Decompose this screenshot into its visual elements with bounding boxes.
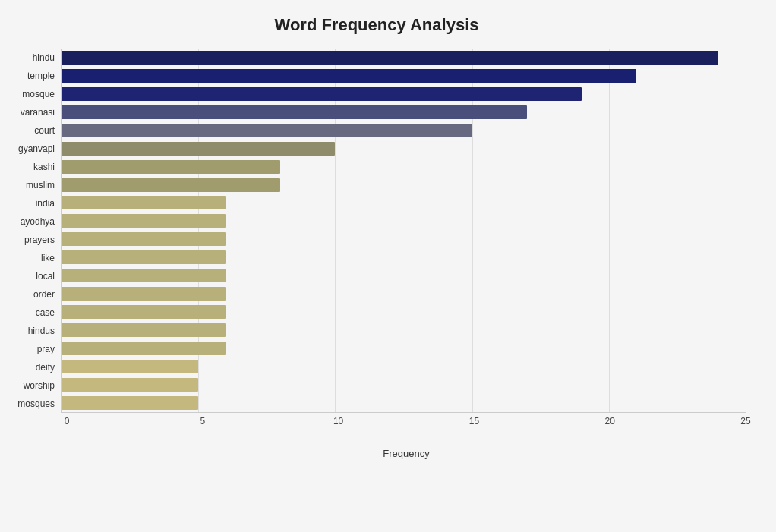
y-label: court <box>34 126 55 135</box>
bar-row <box>62 304 746 320</box>
bar-row <box>62 86 746 102</box>
chart-area: hindutemplemosquevaranasicourtgyanvapika… <box>8 49 746 459</box>
bar-row <box>62 267 746 284</box>
bar-row <box>62 159 746 175</box>
y-label: varanasi <box>21 108 55 117</box>
bar-row <box>62 322 746 338</box>
y-label: case <box>36 308 55 317</box>
x-tick: 0 <box>65 416 70 427</box>
bar <box>62 69 636 83</box>
x-axis: 0510152025 <box>67 416 746 431</box>
y-label: prayers <box>24 235 55 244</box>
y-label: worship <box>24 381 55 390</box>
bar <box>62 287 226 301</box>
bar-row <box>62 68 746 84</box>
y-label: kashi <box>33 162 55 172</box>
bar <box>62 196 226 209</box>
y-label: mosques <box>17 399 55 408</box>
bar <box>62 178 280 192</box>
bar <box>62 342 226 355</box>
x-tick: 10 <box>333 416 343 427</box>
y-label: order <box>33 290 55 299</box>
y-label: gyanvapi <box>18 144 55 153</box>
x-axis-label: Frequency <box>67 448 746 459</box>
y-label: mosque <box>22 90 55 99</box>
bar <box>62 305 226 319</box>
bar-row <box>62 395 746 411</box>
x-tick: 25 <box>740 416 750 427</box>
bar <box>62 360 198 373</box>
bar <box>62 87 582 101</box>
y-label: like <box>41 253 55 263</box>
bar-row <box>62 49 746 66</box>
y-label: hindus <box>28 326 55 335</box>
bar <box>62 269 226 282</box>
y-labels: hindutemplemosquevaranasicourtgyanvapika… <box>8 49 61 413</box>
y-label: local <box>36 272 55 281</box>
bar-row <box>62 340 746 357</box>
bar <box>62 142 335 156</box>
bar-row <box>62 249 746 266</box>
bar-row <box>62 140 746 157</box>
bar-row <box>62 376 746 393</box>
bar <box>62 51 718 65</box>
bar <box>62 250 226 264</box>
bar <box>62 323 226 337</box>
y-label: india <box>36 199 55 208</box>
bar-row <box>62 212 746 229</box>
chart-container: Word Frequency Analysis hindutemplemosqu… <box>0 0 776 532</box>
bar-row <box>62 358 746 375</box>
bar-row <box>62 104 746 121</box>
chart-title: Word Frequency Analysis <box>8 15 746 35</box>
x-tick: 15 <box>469 416 479 427</box>
x-tick: 5 <box>200 416 205 427</box>
y-label: muslim <box>26 181 55 190</box>
bar <box>62 214 226 228</box>
bars-section: hindutemplemosquevaranasicourtgyanvapika… <box>8 49 746 413</box>
grid-line <box>746 49 746 412</box>
bar-row <box>62 194 746 211</box>
bar <box>62 378 198 392</box>
y-label: hindu <box>33 53 55 62</box>
y-label: temple <box>27 71 55 80</box>
bar-row <box>62 285 746 302</box>
bar <box>62 124 472 137</box>
y-label: pray <box>37 345 55 354</box>
bar <box>62 105 527 119</box>
bar-row <box>62 177 746 194</box>
bar <box>62 160 280 174</box>
y-label: ayodhya <box>21 217 55 226</box>
bar <box>62 232 226 246</box>
bar <box>62 396 198 410</box>
y-label: deity <box>36 363 55 372</box>
bars-and-grid <box>61 49 746 413</box>
x-tick: 20 <box>605 416 615 427</box>
bar-row <box>62 122 746 139</box>
bar-row <box>62 231 746 247</box>
